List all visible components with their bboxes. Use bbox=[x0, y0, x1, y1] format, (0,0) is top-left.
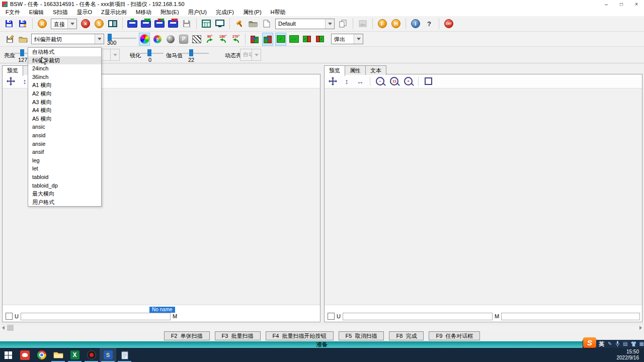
format-option[interactable]: ansid bbox=[28, 131, 101, 140]
menu-view[interactable]: 显示O bbox=[72, 8, 97, 17]
keyboard-icon[interactable]: ▤ bbox=[623, 341, 627, 346]
accept-all-button[interactable]: ✓✓ bbox=[289, 33, 299, 45]
duplex-front-button[interactable] bbox=[250, 33, 260, 45]
exit-button[interactable]: EXIT bbox=[444, 18, 454, 30]
fit-horizontal-button[interactable]: ↔ bbox=[356, 77, 364, 85]
left-u-checkbox[interactable] bbox=[6, 313, 13, 320]
format-option[interactable]: 36inch bbox=[28, 73, 101, 81]
menu-extra[interactable]: 附加(E) bbox=[156, 8, 184, 17]
format-option[interactable]: let bbox=[28, 164, 101, 173]
taskbar-notepad-button[interactable] bbox=[116, 348, 133, 362]
f9-task-dialog-button[interactable]: F9 任务对话框 bbox=[429, 331, 480, 340]
counter-button[interactable] bbox=[201, 18, 211, 30]
start-button[interactable] bbox=[0, 348, 17, 362]
finish-task-button[interactable]: F bbox=[377, 18, 387, 30]
sharpen-slider-thumb[interactable] bbox=[147, 49, 151, 56]
tools-button[interactable] bbox=[234, 18, 245, 30]
f3-batch-scan-button[interactable]: F3 批量扫描 bbox=[215, 331, 261, 340]
profile-dropdown[interactable]: Default bbox=[275, 19, 335, 29]
grayscale-button[interactable] bbox=[166, 33, 176, 45]
chevron-down-icon[interactable] bbox=[325, 19, 334, 29]
menu-move[interactable]: M移动 bbox=[131, 8, 156, 17]
open-project-button[interactable] bbox=[248, 18, 258, 30]
popup-dropdown[interactable]: 弹出 bbox=[331, 34, 363, 44]
zoom-actual-button[interactable]: 1:1 bbox=[390, 77, 398, 85]
display-button[interactable] bbox=[215, 18, 225, 30]
duplex-back-button[interactable] bbox=[263, 33, 273, 45]
zoom-out-button[interactable]: − bbox=[376, 77, 384, 85]
menu-edit[interactable]: E编辑 bbox=[25, 8, 48, 17]
scroll-left-arrow[interactable] bbox=[0, 324, 7, 331]
format-option[interactable]: leg bbox=[28, 156, 101, 165]
sogou-logo-icon[interactable]: S bbox=[583, 337, 596, 348]
f5-cancel-scan-button[interactable]: F5 取消扫描 bbox=[339, 331, 384, 340]
f4-batch-start-button[interactable]: F4 批量扫描开始按钮 bbox=[266, 331, 334, 340]
right-tab-preview[interactable]: 预览 bbox=[324, 65, 345, 76]
rotate-task-button[interactable]: R bbox=[37, 18, 47, 30]
color-mode-button[interactable] bbox=[139, 33, 149, 45]
help-button[interactable]: ? bbox=[424, 18, 434, 30]
f2-single-scan-button[interactable]: F2 单张扫描 bbox=[164, 331, 210, 340]
mode-dropdown[interactable]: 直接 bbox=[51, 19, 77, 29]
sharpen-slider[interactable]: 0 bbox=[139, 48, 164, 63]
gamma-slider[interactable]: 22 bbox=[183, 48, 209, 63]
brightness-slider-thumb[interactable] bbox=[20, 49, 24, 56]
scrollbar-thumb[interactable] bbox=[7, 325, 14, 331]
save-settings-button[interactable] bbox=[5, 33, 15, 45]
menu-help[interactable]: H帮助 bbox=[266, 8, 290, 17]
save-gray-button[interactable] bbox=[182, 18, 192, 30]
palette-button[interactable]: P bbox=[179, 33, 189, 45]
stop-button[interactable]: S bbox=[94, 18, 104, 30]
load-settings-button[interactable] bbox=[18, 33, 28, 45]
menu-finish[interactable]: 完成(F) bbox=[211, 8, 238, 17]
format-option[interactable]: ansif bbox=[28, 148, 101, 156]
format-option[interactable]: 用户格式 bbox=[28, 198, 101, 207]
taskbar-scanner-app-button[interactable]: S bbox=[100, 348, 116, 362]
right-memo-input[interactable] bbox=[501, 313, 640, 320]
hold-task-button[interactable]: H bbox=[391, 18, 401, 30]
skin-icon[interactable] bbox=[631, 341, 635, 346]
zoom-in-button[interactable]: + bbox=[404, 77, 413, 85]
scan-stop-button[interactable] bbox=[168, 18, 178, 30]
taskbar-chrome-button[interactable] bbox=[33, 348, 50, 362]
close-button[interactable]: × bbox=[629, 0, 644, 8]
format-option[interactable]: tabloid_dp bbox=[28, 182, 101, 190]
taskbar-recorder-button[interactable] bbox=[83, 348, 100, 362]
format-option[interactable]: ansie bbox=[28, 140, 101, 148]
bw-halftone-button[interactable] bbox=[192, 33, 202, 45]
rotate-90-button[interactable]: 90° bbox=[205, 33, 215, 45]
taskbar-excel-button[interactable]: X bbox=[66, 348, 83, 362]
format-option[interactable]: 24inch bbox=[28, 64, 101, 73]
language-indicator[interactable]: 英 bbox=[599, 340, 604, 348]
menu-properties[interactable]: 属性(P) bbox=[238, 8, 266, 17]
format-option[interactable]: 自动格式 bbox=[28, 48, 101, 56]
accept-page-button[interactable]: ✓ bbox=[276, 33, 286, 45]
scan-single-button[interactable] bbox=[127, 18, 137, 30]
accept-reject-button[interactable]: ✓ bbox=[302, 33, 312, 45]
horizontal-scrollbar[interactable] bbox=[0, 324, 644, 331]
rotate-270-button[interactable]: 270° bbox=[231, 33, 241, 45]
toolbox-icon[interactable]: ▦ bbox=[639, 341, 644, 346]
save-button[interactable] bbox=[4, 18, 14, 30]
pen-icon[interactable]: ✎ bbox=[608, 341, 612, 346]
format-dropdown[interactable]: 纠偏并裁切 bbox=[31, 34, 104, 44]
format-option[interactable]: A2 横向 bbox=[28, 89, 101, 98]
format-option[interactable]: ansic bbox=[28, 123, 101, 131]
pan-button[interactable] bbox=[7, 77, 15, 85]
chevron-down-icon[interactable] bbox=[354, 34, 363, 44]
format-option[interactable]: tabloid bbox=[28, 173, 101, 182]
taskbar-red-app-button[interactable] bbox=[17, 348, 33, 362]
two-page-view-button[interactable] bbox=[108, 18, 118, 30]
format-option[interactable]: A1 横向 bbox=[28, 81, 101, 89]
right-tab-text[interactable]: 文本 bbox=[365, 65, 386, 75]
right-tab-properties[interactable]: 属性 bbox=[345, 65, 366, 75]
microphone-icon[interactable] bbox=[615, 341, 619, 347]
copy-profile-button[interactable] bbox=[338, 18, 348, 30]
taskbar-clock[interactable]: 15:50 2022/9/16 bbox=[617, 348, 644, 362]
format-option[interactable]: A5 横向 bbox=[28, 115, 101, 123]
reject-accept-button[interactable]: ✓ bbox=[315, 33, 325, 45]
format-option[interactable]: A4 横向 bbox=[28, 106, 101, 115]
taskbar-explorer-button[interactable] bbox=[50, 348, 66, 362]
scan-batch-button[interactable] bbox=[141, 18, 151, 30]
restore-button[interactable]: □ bbox=[614, 0, 629, 8]
